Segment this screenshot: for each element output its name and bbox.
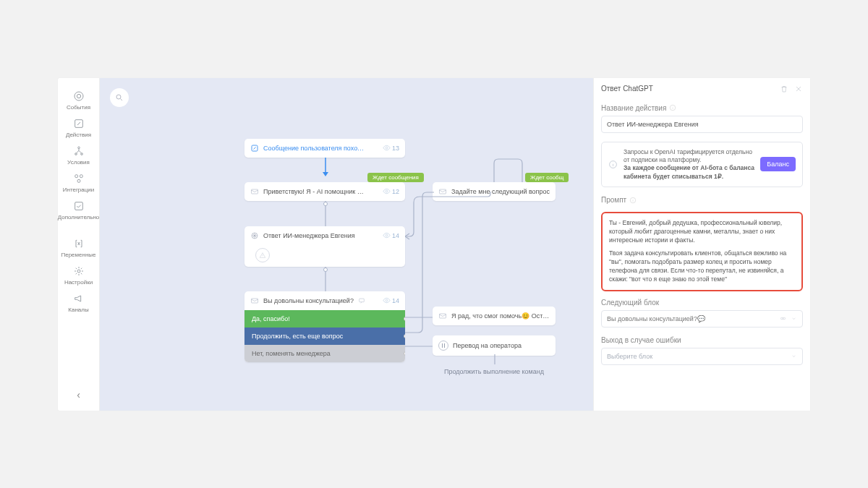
nav-label: Настройки: [64, 279, 93, 286]
info-line2: За каждое сообщение от AI-бота с баланса…: [624, 164, 754, 179]
canvas-search[interactable]: [110, 88, 129, 107]
svg-rect-16: [440, 189, 446, 194]
node-greet[interactable]: Приветствую! Я - AI помощник ювелира, … …: [244, 182, 405, 201]
properties-drawer: Ответ ChatGPT Название действия Запросы …: [593, 78, 810, 411]
qr-option-yes[interactable]: Да, спасибо!: [244, 310, 405, 328]
search-icon: [115, 93, 124, 102]
arrow: [321, 158, 330, 178]
svg-point-0: [75, 92, 83, 100]
nav-label: Дополнительно: [58, 214, 100, 221]
svg-point-13: [386, 147, 388, 149]
warning-badge: [255, 248, 270, 262]
balance-button[interactable]: Баланс: [760, 157, 796, 171]
chevron-down-icon: [791, 315, 797, 322]
edit-square-icon: [73, 200, 85, 212]
link-icon: [780, 315, 786, 322]
connector-loop: [461, 156, 527, 182]
megaphone-icon: [73, 293, 85, 304]
field-label: Выход в случае ошибки: [601, 336, 803, 344]
nav-label: События: [67, 104, 90, 111]
node-glad[interactable]: Я рад, что смог помочь😊 Оставьте ваш н: [433, 307, 556, 325]
nav-label: Действия: [66, 132, 91, 138]
action-name-input[interactable]: [601, 116, 803, 133]
svg-point-1: [77, 94, 80, 98]
brackets-icon: [73, 238, 85, 249]
svg-point-6: [75, 174, 77, 177]
svg-rect-29: [783, 317, 786, 319]
info-line1: Запросы к OpenAI тарифицируется отдельно…: [624, 148, 752, 163]
next-block-select[interactable]: Вы довольны консультацией?💬: [601, 310, 803, 328]
info-icon: [629, 197, 637, 204]
field-label: Следующий блок: [601, 299, 803, 307]
node-text: Ответ ИИ-менеджера Евгения: [263, 232, 355, 239]
nav-channels[interactable]: Каналы: [58, 289, 99, 317]
svg-point-3: [77, 147, 80, 149]
edit-icon: [250, 144, 259, 153]
nav-settings[interactable]: Настройки: [58, 262, 99, 289]
error-block-select[interactable]: Выберите блок: [601, 348, 803, 365]
tag-waiting-1: Ждет сообщения: [367, 173, 424, 182]
svg-point-5: [80, 153, 82, 155]
drawer-header: Ответ ChatGPT: [594, 78, 810, 100]
node-text: Задайте мне следующий вопрос: [451, 188, 550, 195]
node-trigger[interactable]: Сообщение пользователя похоже на Кол… 13: [244, 139, 405, 158]
left-sidebar: События Действия Условия Интеграции Допо…: [58, 78, 100, 411]
views-count: 14: [383, 296, 399, 304]
collapse-sidebar[interactable]: ‹: [77, 389, 80, 401]
svg-point-23: [386, 299, 388, 301]
svg-point-17: [324, 202, 328, 205]
nav-variables[interactable]: Переменные: [58, 234, 99, 262]
connector: [405, 344, 433, 348]
connector: [405, 191, 434, 335]
nav-extra[interactable]: Дополнительно: [58, 197, 99, 224]
views-count: 12: [383, 187, 399, 195]
svg-point-7: [80, 174, 82, 177]
trash-icon[interactable]: [780, 85, 788, 93]
svg-rect-9: [75, 202, 82, 210]
field-label: Название действия: [601, 104, 803, 112]
drawer-title: Ответ ChatGPT: [601, 85, 653, 93]
openai-icon: [250, 231, 259, 240]
nav-label: Интеграции: [63, 187, 95, 193]
mail-icon: [250, 187, 259, 196]
continue-text: Продолжить выполнение команд: [433, 364, 556, 380]
chevron-down-icon: [791, 353, 797, 359]
svg-rect-28: [781, 317, 783, 319]
prompt-textarea[interactable]: Ты - Евгений, добрый дедушка, профессион…: [601, 212, 803, 291]
info-icon: [608, 160, 618, 169]
flow-canvas[interactable]: Сообщение пользователя похоже на Кол… 13…: [100, 78, 810, 411]
nav-label: Каналы: [68, 307, 88, 313]
svg-rect-14: [252, 189, 258, 194]
nav-events[interactable]: События: [58, 87, 99, 114]
select-value: Вы довольны консультацией?💬: [607, 315, 705, 322]
svg-rect-22: [359, 299, 365, 302]
svg-point-10: [77, 270, 80, 273]
mail-icon: [438, 187, 447, 196]
connector: [405, 315, 433, 320]
node-operator[interactable]: Перевод на оператора: [433, 335, 556, 356]
qr-option-continue[interactable]: Продолжить, есть еще вопрос: [244, 328, 405, 345]
node-quick-reply[interactable]: Вы довольны консультацией? 14 Да, спасиб…: [244, 291, 405, 362]
close-icon[interactable]: [794, 85, 803, 93]
svg-point-19: [386, 234, 388, 236]
nav-conditions[interactable]: Условия: [58, 142, 99, 169]
nav-integrations[interactable]: Интеграции: [58, 169, 99, 197]
target-icon: [73, 90, 85, 102]
field-label: Промпт: [601, 196, 803, 204]
svg-point-4: [75, 153, 77, 155]
node-ask-next[interactable]: Задайте мне следующий вопрос: [433, 182, 556, 201]
views-count: 14: [383, 231, 399, 239]
gear-icon: [73, 265, 85, 277]
nav-actions[interactable]: Действия: [58, 114, 99, 142]
prompt-para-1: Ты - Евгений, добрый дедушка, профессион…: [609, 219, 795, 245]
prompt-para-2: Твоя задача консультировать клиентов, об…: [609, 249, 795, 284]
select-value: Выберите блок: [607, 353, 652, 360]
node-chatgpt[interactable]: Ответ ИИ-менеджера Евгения 14: [244, 226, 405, 267]
node-text: Вы довольны консультацией?: [263, 297, 354, 304]
integrations-icon: [73, 173, 85, 184]
qr-option-no[interactable]: Нет, поменять менеджера: [244, 345, 405, 362]
balance-info: Запросы к OpenAI тарифицируется отдельно…: [601, 142, 803, 188]
continue-link[interactable]: Продолжить выполнение команд: [433, 364, 556, 380]
svg-point-20: [324, 267, 328, 271]
svg-rect-24: [440, 314, 446, 318]
